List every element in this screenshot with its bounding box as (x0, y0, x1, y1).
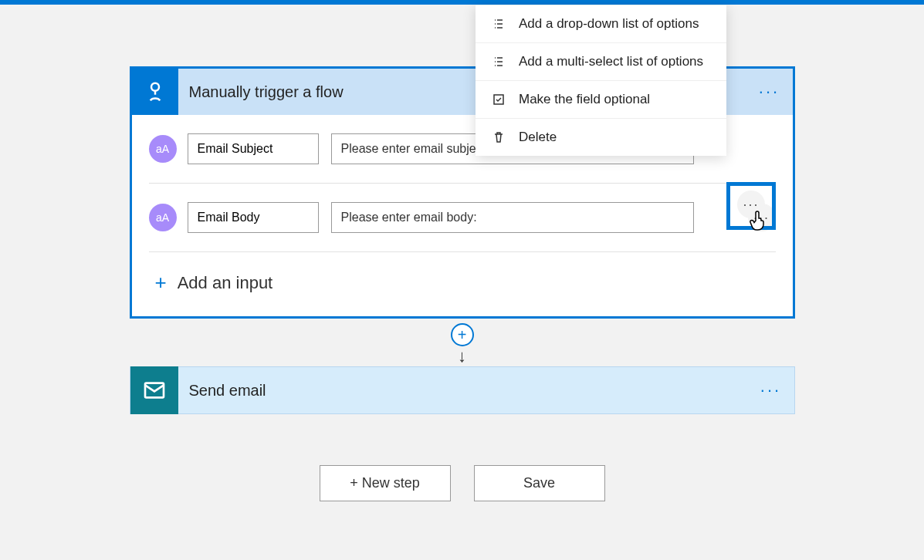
new-step-button[interactable]: + New step (320, 465, 451, 501)
text-type-icon: aA (149, 204, 177, 231)
arrow-down-icon: ↓ (458, 346, 466, 366)
param-placeholder-input[interactable]: Please enter email body: (331, 202, 694, 233)
dropdown-label: Add a multi-select list of options (519, 54, 703, 69)
dropdown-item-add-dropdown[interactable]: Add a drop-down list of options (476, 5, 726, 43)
field-options-dropdown: Add a drop-down list of options Add a mu… (476, 5, 726, 156)
list-icon (489, 18, 508, 30)
param-name-input[interactable]: Email Subject (188, 133, 319, 164)
list-icon (489, 56, 508, 68)
dropdown-item-delete[interactable]: Delete (476, 119, 726, 156)
input-row: aA Email Body Please enter email body: ·… (132, 184, 793, 251)
dropdown-label: Delete (519, 130, 557, 145)
action-card[interactable]: Send email ··· (130, 366, 795, 414)
mail-icon (130, 366, 178, 414)
param-name-input[interactable]: Email Body (188, 202, 319, 233)
flow-connector: + ↓ (130, 319, 795, 366)
plus-icon: + (155, 271, 167, 295)
footer-buttons: + New step Save (0, 465, 924, 501)
action-more-button[interactable]: ··· (748, 380, 794, 400)
save-button[interactable]: Save (474, 465, 605, 501)
trigger-more-button[interactable]: ··· (746, 82, 793, 102)
flow-canvas: Manually trigger a flow ··· aA Email Sub… (0, 5, 924, 501)
dropdown-label: Add a drop-down list of options (519, 16, 699, 32)
add-input-label: Add an input (178, 273, 273, 293)
dropdown-label: Make the field optional (519, 92, 650, 107)
trigger-icon (132, 69, 178, 115)
svg-point-0 (151, 83, 159, 91)
insert-step-button[interactable]: + (451, 323, 474, 346)
dropdown-item-add-multiselect[interactable]: Add a multi-select list of options (476, 43, 726, 81)
checkbox-icon (489, 93, 508, 106)
dropdown-item-optional[interactable]: Make the field optional (476, 81, 726, 119)
action-title: Send email (178, 382, 748, 400)
text-type-icon: aA (149, 135, 177, 163)
trash-icon (489, 131, 508, 143)
input-more-button[interactable]: ··· (748, 204, 776, 231)
add-input-button[interactable]: + Add an input (132, 252, 793, 316)
